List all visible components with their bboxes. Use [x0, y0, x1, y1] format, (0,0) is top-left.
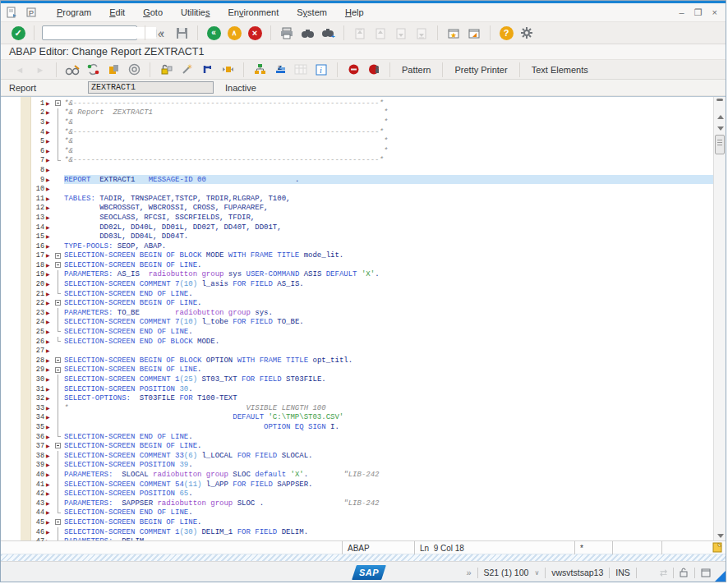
code-text[interactable]: SELECTION-SCREEN BEGIN OF BLOCK OPTION W… [64, 356, 713, 366]
info-icon[interactable]: i [313, 62, 329, 78]
code-text[interactable]: PARAMETERS: SLOCAL radiobutton group SLO… [64, 470, 713, 480]
code-text[interactable]: *& * [64, 146, 713, 156]
maximize-button[interactable]: ❐ [694, 7, 703, 18]
code-line[interactable]: 21▶SELECTION-SCREEN END OF LINE. [1, 289, 713, 299]
code-line[interactable]: 1▶*&------------------------------------… [1, 99, 713, 108]
print-icon[interactable] [279, 25, 295, 41]
code-line[interactable]: 42▶SELECTION-SCREEN POSITION 65. [1, 489, 713, 499]
find-icon[interactable] [299, 25, 316, 41]
code-text[interactable]: DEFAULT 'C:\TMP\ST03.CSV' [64, 413, 713, 423]
input-mode-field[interactable]: INS [615, 568, 630, 577]
code-text[interactable]: TYPE-POOLS: SEOP, ABAP. [64, 241, 713, 251]
code-area[interactable]: 1▶*&------------------------------------… [1, 97, 713, 541]
scroll-down-icon[interactable] [717, 534, 724, 538]
code-text[interactable]: SELECTION-SCREEN COMMENT 33(6) l_LOCAL F… [64, 451, 713, 461]
navigation-icon[interactable]: Z [272, 62, 288, 78]
code-line[interactable]: 11▶TABLES: TADIR, TRNSPACET,TSTCP, TRDIR… [1, 194, 713, 204]
code-text[interactable]: SELECT-OPTIONS: ST03FILE FOR T100-TEXT [64, 393, 713, 403]
code-text[interactable]: DD02L, DD40L, DD01L, DD02T, DD40T, DD01T… [64, 223, 713, 232]
code-line[interactable]: 9▶REPORT EXTRACT1 MESSAGE-ID 00 . [1, 175, 713, 185]
code-text[interactable]: SELECTION-SCREEN POSITION 30. [64, 384, 713, 394]
code-text[interactable]: SELECTION-SCREEN BEGIN OF LINE. [64, 366, 713, 375]
exit-icon[interactable]: ∧ [226, 25, 242, 41]
code-text[interactable]: SELECTION-SCREEN COMMENT 54(11) l_APP FO… [64, 480, 713, 490]
code-text[interactable] [64, 184, 713, 194]
layout-icon[interactable]: P [25, 7, 37, 18]
code-line[interactable]: 22▶SELECTION-SCREEN BEGIN OF LINE. [1, 298, 713, 308]
code-line[interactable]: 14▶ DD02L, DD40L, DD01L, DD02T, DD40T, D… [1, 223, 713, 232]
code-text[interactable]: SELECTION-SCREEN COMMENT 7(10) l_tobe FO… [64, 318, 713, 328]
command-field[interactable]: ∨ [42, 25, 137, 40]
code-text[interactable]: SELECTION-SCREEN COMMENT 1(30) DELIM_1 F… [64, 527, 713, 537]
code-text[interactable]: WBCROSSGT, WBCROSSI, CROSS, FUPARAREF, [64, 204, 713, 214]
code-text[interactable]: SELECTION-SCREEN BEGIN OF LINE. [64, 260, 713, 270]
splitter-grip[interactable] [716, 99, 723, 101]
other-object-icon[interactable] [85, 62, 101, 78]
fold-toggle-icon[interactable] [53, 260, 64, 270]
new-session-icon[interactable]: ★ [445, 25, 462, 41]
code-text[interactable]: SELECTION-SCREEN END OF LINE. [64, 508, 713, 518]
text-elements-button[interactable]: Text Elements [523, 62, 597, 77]
code-text[interactable]: PARAMETERS: SAPPSER radiobutton group SL… [64, 499, 713, 508]
code-line[interactable]: 7▶*&------------------------------------… [1, 156, 713, 166]
pretty-printer-button[interactable]: Pretty Printer [446, 62, 515, 77]
activate-icon[interactable]: ✳ [178, 62, 195, 78]
create-shortcut-icon[interactable] [466, 25, 482, 41]
code-line[interactable]: 20▶SELECTION-SCREEN COMMENT 7(10) l_asis… [1, 279, 713, 289]
resize-strip[interactable] [1, 554, 726, 561]
code-text[interactable]: SEOCLASS, RFCSI, SSCRFIELDS, TFDIR, [64, 213, 713, 223]
code-text[interactable] [64, 346, 713, 356]
chevron-down-icon[interactable]: ∨ [534, 569, 539, 577]
code-text[interactable]: SELECTION-SCREEN POSITION 39. [64, 461, 713, 471]
code-line[interactable]: 46▶SELECTION-SCREEN COMMENT 1(30) DELIM_… [1, 527, 713, 537]
code-line[interactable]: 10▶ [1, 184, 713, 194]
code-line[interactable]: 25▶SELECTION-SCREEN END OF LINE. [1, 327, 713, 337]
cancel-icon[interactable]: × [247, 25, 263, 41]
save-icon[interactable] [173, 25, 190, 41]
code-text[interactable]: SELECTION-SCREEN BEGIN OF LINE. [64, 441, 713, 451]
lock-icon[interactable] [158, 62, 174, 78]
code-text[interactable]: *&--------------------------------------… [64, 156, 713, 166]
code-line[interactable]: 19▶PARAMETERS: AS_IS radiobutton group s… [1, 270, 713, 280]
enter-icon[interactable]: ✓ [10, 25, 26, 41]
code-line[interactable]: 26▶SELECTION-SCREEN END OF BLOCK MODE. [1, 337, 713, 347]
code-line[interactable]: 18▶SELECTION-SCREEN BEGIN OF LINE. [1, 260, 713, 270]
code-line[interactable]: 32▶SELECT-OPTIONS: ST03FILE FOR T100-TEX… [1, 393, 713, 403]
back-icon[interactable]: « [205, 25, 222, 41]
scroll-up-icon[interactable] [717, 115, 724, 119]
code-line[interactable]: 36▶SELECTION-SCREEN END OF LINE. [1, 432, 713, 442]
code-line[interactable]: 39▶SELECTION-SCREEN POSITION 39. [1, 461, 713, 471]
code-line[interactable]: 23▶PARAMETERS: TO_BE radiobutton group s… [1, 308, 713, 318]
code-text[interactable]: SELECTION-SCREEN POSITION 65. [64, 489, 713, 499]
close-button[interactable]: × [712, 7, 717, 18]
fold-toggle-icon[interactable] [53, 441, 64, 451]
code-line[interactable]: 4▶*&------------------------------------… [1, 127, 713, 137]
report-name-field[interactable] [88, 81, 214, 94]
code-line[interactable]: 37▶SELECTION-SCREEN BEGIN OF LINE. [1, 441, 713, 451]
document-icon[interactable] [6, 7, 17, 18]
code-line[interactable]: 6▶*& * [1, 146, 713, 156]
fold-toggle-icon[interactable] [53, 298, 64, 308]
code-line[interactable]: 34▶ DEFAULT 'C:\TMP\ST03.CSV' [1, 413, 713, 423]
check-icon[interactable] [199, 62, 215, 78]
code-line[interactable]: 2▶*& Report ZEXTRACT1 * [1, 108, 713, 118]
menu-program[interactable]: Program [48, 5, 99, 20]
code-text[interactable]: *& Report ZEXTRACT1 * [64, 108, 713, 118]
code-text[interactable]: *&--------------------------------------… [64, 127, 713, 137]
code-text[interactable]: SELECTION-SCREEN END OF LINE. [64, 289, 713, 299]
code-line[interactable]: 3▶*& * [1, 117, 713, 127]
scrollbar-thumb[interactable] [715, 135, 725, 154]
minimize-button[interactable]: – [680, 7, 684, 18]
fold-toggle-icon[interactable] [53, 366, 64, 375]
breakpoint-icon[interactable] [345, 62, 362, 78]
code-text[interactable]: DD03L, DD04L, DD04T. [64, 232, 713, 241]
code-line[interactable]: 33▶* VISIBLE LENGTH 100 [1, 403, 713, 413]
customize-icon[interactable] [518, 25, 535, 41]
code-text[interactable]: SELECTION-SCREEN BEGIN OF LINE. [64, 517, 713, 527]
scroll-down-small-icon[interactable] [717, 126, 724, 131]
code-line[interactable]: 15▶ DD03L, DD04L, DD04T. [1, 232, 713, 241]
menu-system[interactable]: System [288, 5, 335, 20]
menu-goto[interactable]: Goto [135, 5, 171, 20]
code-line[interactable]: 27▶ [1, 346, 713, 356]
code-line[interactable]: 31▶SELECTION-SCREEN POSITION 30. [1, 384, 713, 394]
